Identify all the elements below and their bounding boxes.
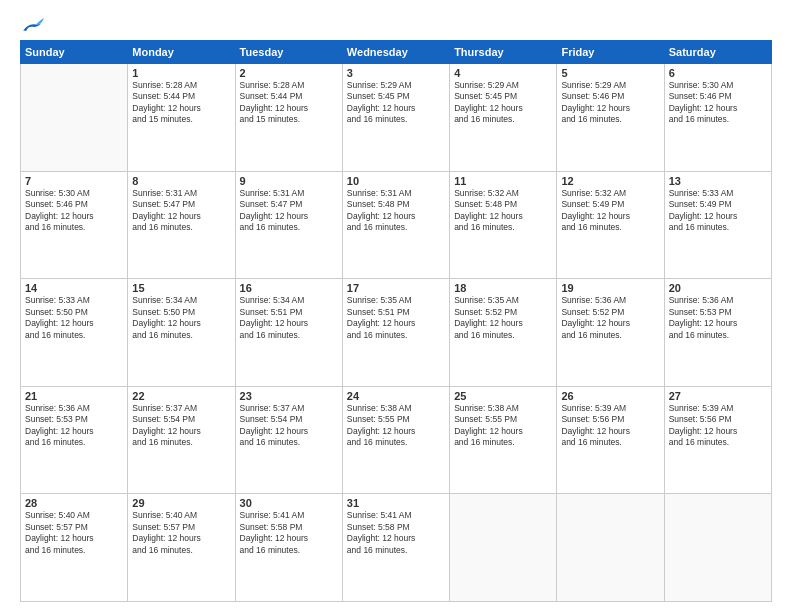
calendar-cell: 20Sunrise: 5:36 AM Sunset: 5:53 PM Dayli…: [664, 279, 771, 387]
calendar-cell: 27Sunrise: 5:39 AM Sunset: 5:56 PM Dayli…: [664, 386, 771, 494]
day-info: Sunrise: 5:28 AM Sunset: 5:44 PM Dayligh…: [240, 80, 338, 126]
day-info: Sunrise: 5:38 AM Sunset: 5:55 PM Dayligh…: [347, 403, 445, 449]
day-info: Sunrise: 5:33 AM Sunset: 5:50 PM Dayligh…: [25, 295, 123, 341]
day-info: Sunrise: 5:29 AM Sunset: 5:46 PM Dayligh…: [561, 80, 659, 126]
day-number: 12: [561, 175, 659, 187]
day-info: Sunrise: 5:34 AM Sunset: 5:50 PM Dayligh…: [132, 295, 230, 341]
day-number: 6: [669, 67, 767, 79]
day-info: Sunrise: 5:36 AM Sunset: 5:53 PM Dayligh…: [25, 403, 123, 449]
bird-icon: [20, 16, 44, 36]
calendar-cell: 21Sunrise: 5:36 AM Sunset: 5:53 PM Dayli…: [21, 386, 128, 494]
calendar-cell: 2Sunrise: 5:28 AM Sunset: 5:44 PM Daylig…: [235, 64, 342, 172]
day-info: Sunrise: 5:37 AM Sunset: 5:54 PM Dayligh…: [132, 403, 230, 449]
day-info: Sunrise: 5:30 AM Sunset: 5:46 PM Dayligh…: [669, 80, 767, 126]
day-info: Sunrise: 5:32 AM Sunset: 5:49 PM Dayligh…: [561, 188, 659, 234]
calendar-cell: 1Sunrise: 5:28 AM Sunset: 5:44 PM Daylig…: [128, 64, 235, 172]
day-number: 19: [561, 282, 659, 294]
day-number: 31: [347, 497, 445, 509]
calendar-cell: 8Sunrise: 5:31 AM Sunset: 5:47 PM Daylig…: [128, 171, 235, 279]
calendar-cell: 16Sunrise: 5:34 AM Sunset: 5:51 PM Dayli…: [235, 279, 342, 387]
calendar-cell: 12Sunrise: 5:32 AM Sunset: 5:49 PM Dayli…: [557, 171, 664, 279]
day-number: 3: [347, 67, 445, 79]
calendar-cell: 18Sunrise: 5:35 AM Sunset: 5:52 PM Dayli…: [450, 279, 557, 387]
day-info: Sunrise: 5:40 AM Sunset: 5:57 PM Dayligh…: [132, 510, 230, 556]
day-info: Sunrise: 5:31 AM Sunset: 5:47 PM Dayligh…: [240, 188, 338, 234]
day-info: Sunrise: 5:30 AM Sunset: 5:46 PM Dayligh…: [25, 188, 123, 234]
weekday-header-monday: Monday: [128, 41, 235, 64]
day-info: Sunrise: 5:40 AM Sunset: 5:57 PM Dayligh…: [25, 510, 123, 556]
weekday-header-saturday: Saturday: [664, 41, 771, 64]
calendar-table: SundayMondayTuesdayWednesdayThursdayFrid…: [20, 40, 772, 602]
header: [20, 16, 772, 36]
day-number: 27: [669, 390, 767, 402]
calendar-cell: 15Sunrise: 5:34 AM Sunset: 5:50 PM Dayli…: [128, 279, 235, 387]
calendar-cell: 26Sunrise: 5:39 AM Sunset: 5:56 PM Dayli…: [557, 386, 664, 494]
day-info: Sunrise: 5:37 AM Sunset: 5:54 PM Dayligh…: [240, 403, 338, 449]
day-number: 30: [240, 497, 338, 509]
day-number: 18: [454, 282, 552, 294]
day-number: 15: [132, 282, 230, 294]
day-number: 25: [454, 390, 552, 402]
day-number: 20: [669, 282, 767, 294]
day-info: Sunrise: 5:39 AM Sunset: 5:56 PM Dayligh…: [561, 403, 659, 449]
day-number: 22: [132, 390, 230, 402]
weekday-header-row: SundayMondayTuesdayWednesdayThursdayFrid…: [21, 41, 772, 64]
day-number: 29: [132, 497, 230, 509]
weekday-header-thursday: Thursday: [450, 41, 557, 64]
day-info: Sunrise: 5:41 AM Sunset: 5:58 PM Dayligh…: [240, 510, 338, 556]
calendar-cell: 11Sunrise: 5:32 AM Sunset: 5:48 PM Dayli…: [450, 171, 557, 279]
calendar-cell: [21, 64, 128, 172]
day-info: Sunrise: 5:38 AM Sunset: 5:55 PM Dayligh…: [454, 403, 552, 449]
day-number: 23: [240, 390, 338, 402]
day-info: Sunrise: 5:35 AM Sunset: 5:51 PM Dayligh…: [347, 295, 445, 341]
calendar-cell: 3Sunrise: 5:29 AM Sunset: 5:45 PM Daylig…: [342, 64, 449, 172]
calendar-cell: 22Sunrise: 5:37 AM Sunset: 5:54 PM Dayli…: [128, 386, 235, 494]
calendar-cell: 17Sunrise: 5:35 AM Sunset: 5:51 PM Dayli…: [342, 279, 449, 387]
day-info: Sunrise: 5:39 AM Sunset: 5:56 PM Dayligh…: [669, 403, 767, 449]
day-number: 14: [25, 282, 123, 294]
calendar-cell: 14Sunrise: 5:33 AM Sunset: 5:50 PM Dayli…: [21, 279, 128, 387]
calendar-week-1: 1Sunrise: 5:28 AM Sunset: 5:44 PM Daylig…: [21, 64, 772, 172]
day-info: Sunrise: 5:36 AM Sunset: 5:52 PM Dayligh…: [561, 295, 659, 341]
calendar-cell: 10Sunrise: 5:31 AM Sunset: 5:48 PM Dayli…: [342, 171, 449, 279]
calendar-cell: 4Sunrise: 5:29 AM Sunset: 5:45 PM Daylig…: [450, 64, 557, 172]
day-number: 13: [669, 175, 767, 187]
day-info: Sunrise: 5:29 AM Sunset: 5:45 PM Dayligh…: [347, 80, 445, 126]
day-number: 5: [561, 67, 659, 79]
day-info: Sunrise: 5:29 AM Sunset: 5:45 PM Dayligh…: [454, 80, 552, 126]
day-number: 21: [25, 390, 123, 402]
calendar-cell: 19Sunrise: 5:36 AM Sunset: 5:52 PM Dayli…: [557, 279, 664, 387]
calendar-cell: [557, 494, 664, 602]
day-number: 24: [347, 390, 445, 402]
calendar-cell: 25Sunrise: 5:38 AM Sunset: 5:55 PM Dayli…: [450, 386, 557, 494]
calendar-week-5: 28Sunrise: 5:40 AM Sunset: 5:57 PM Dayli…: [21, 494, 772, 602]
calendar-cell: 23Sunrise: 5:37 AM Sunset: 5:54 PM Dayli…: [235, 386, 342, 494]
calendar-cell: 29Sunrise: 5:40 AM Sunset: 5:57 PM Dayli…: [128, 494, 235, 602]
calendar-cell: 9Sunrise: 5:31 AM Sunset: 5:47 PM Daylig…: [235, 171, 342, 279]
day-info: Sunrise: 5:31 AM Sunset: 5:47 PM Dayligh…: [132, 188, 230, 234]
calendar-week-4: 21Sunrise: 5:36 AM Sunset: 5:53 PM Dayli…: [21, 386, 772, 494]
day-number: 16: [240, 282, 338, 294]
day-number: 4: [454, 67, 552, 79]
calendar-cell: 5Sunrise: 5:29 AM Sunset: 5:46 PM Daylig…: [557, 64, 664, 172]
day-info: Sunrise: 5:36 AM Sunset: 5:53 PM Dayligh…: [669, 295, 767, 341]
day-number: 10: [347, 175, 445, 187]
calendar-cell: 30Sunrise: 5:41 AM Sunset: 5:58 PM Dayli…: [235, 494, 342, 602]
day-number: 26: [561, 390, 659, 402]
calendar-week-3: 14Sunrise: 5:33 AM Sunset: 5:50 PM Dayli…: [21, 279, 772, 387]
day-info: Sunrise: 5:35 AM Sunset: 5:52 PM Dayligh…: [454, 295, 552, 341]
calendar-cell: 7Sunrise: 5:30 AM Sunset: 5:46 PM Daylig…: [21, 171, 128, 279]
weekday-header-friday: Friday: [557, 41, 664, 64]
weekday-header-sunday: Sunday: [21, 41, 128, 64]
page: SundayMondayTuesdayWednesdayThursdayFrid…: [0, 0, 792, 612]
calendar-cell: 6Sunrise: 5:30 AM Sunset: 5:46 PM Daylig…: [664, 64, 771, 172]
day-number: 7: [25, 175, 123, 187]
logo: [20, 16, 48, 36]
day-number: 8: [132, 175, 230, 187]
weekday-header-wednesday: Wednesday: [342, 41, 449, 64]
calendar-cell: 13Sunrise: 5:33 AM Sunset: 5:49 PM Dayli…: [664, 171, 771, 279]
weekday-header-tuesday: Tuesday: [235, 41, 342, 64]
calendar-cell: 28Sunrise: 5:40 AM Sunset: 5:57 PM Dayli…: [21, 494, 128, 602]
day-info: Sunrise: 5:33 AM Sunset: 5:49 PM Dayligh…: [669, 188, 767, 234]
day-info: Sunrise: 5:28 AM Sunset: 5:44 PM Dayligh…: [132, 80, 230, 126]
